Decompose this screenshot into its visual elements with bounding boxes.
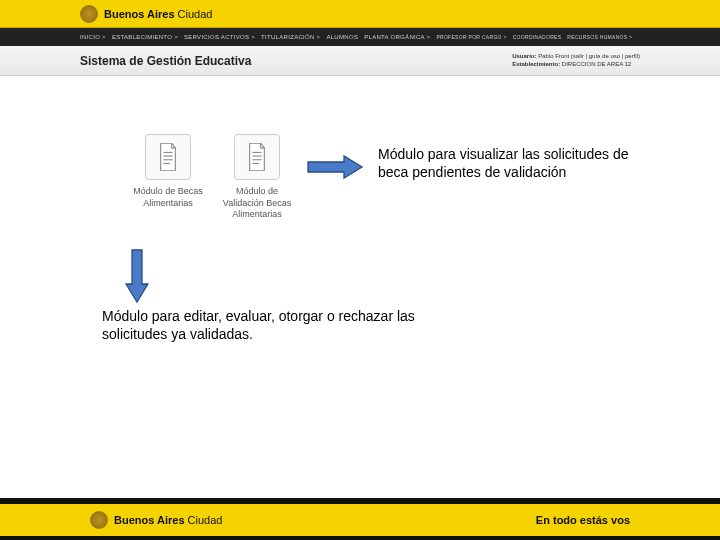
annotation-edit: Módulo para editar, evaluar, otorgar o r… <box>102 308 442 343</box>
nav-item[interactable]: COORDINADORES <box>513 34 562 40</box>
nav-item[interactable]: PLANTA ORGÁNICA > <box>364 34 430 40</box>
module-validacion-label: Módulo de Validación Becas Alimentarias <box>222 186 292 221</box>
footer-divider-bottom <box>0 536 720 540</box>
brand-bold: Buenos Aires <box>104 8 175 20</box>
annotation-visualize: Módulo para visualizar las solicitudes d… <box>378 146 638 181</box>
footer: Buenos Aires Ciudad En todo estás vos <box>0 498 720 540</box>
main-nav: INICIO > ESTABLECIMIENTO > SERVICIOS ACT… <box>0 28 720 46</box>
nav-item[interactable]: SERVICIOS ACTIVOS > <box>184 34 255 40</box>
footer-brand: Buenos Aires Ciudad <box>114 514 222 526</box>
module-becas[interactable]: Módulo de Becas Alimentarias <box>133 134 203 209</box>
nav-item[interactable]: INICIO > <box>80 34 106 40</box>
header-yellow-bar: Buenos Aires Ciudad <box>0 0 720 28</box>
nav-item[interactable]: PROFESOR POR CARGO > <box>436 34 506 40</box>
footer-slogan: En todo estás vos <box>536 514 630 526</box>
brand-thin: Ciudad <box>188 514 223 526</box>
module-validacion[interactable]: Módulo de Validación Becas Alimentarias <box>222 134 292 221</box>
system-header: Sistema de Gestión Educativa Usuario: Pa… <box>0 46 720 76</box>
nav-item[interactable]: TITULARIZACIÓN > <box>261 34 320 40</box>
establishment-value: DIRECCION DE AREA 12 <box>562 61 631 67</box>
module-becas-label: Módulo de Becas Alimentarias <box>133 186 203 209</box>
user-value: Pablo Front (salir | guía de uso | perfi… <box>538 53 640 59</box>
brand-text: Buenos Aires Ciudad <box>104 8 212 20</box>
system-title: Sistema de Gestión Educativa <box>80 54 251 68</box>
establishment-label: Establecimiento: <box>512 61 560 67</box>
content-area: Módulo de Becas Alimentarias Módulo de V… <box>0 76 720 516</box>
document-icon <box>234 134 280 180</box>
nav-item[interactable]: RECURSOS HUMANOS > <box>567 34 632 40</box>
city-shield-icon <box>80 5 98 23</box>
footer-yellow-bar: Buenos Aires Ciudad En todo estás vos <box>0 504 720 536</box>
brand-bold: Buenos Aires <box>114 514 185 526</box>
arrow-right-icon <box>306 154 366 184</box>
document-icon <box>145 134 191 180</box>
user-info: Usuario: Pablo Front (salir | guía de us… <box>512 53 640 69</box>
city-shield-icon <box>90 511 108 529</box>
nav-item[interactable]: ESTABLECIMIENTO > <box>112 34 178 40</box>
brand-thin: Ciudad <box>178 8 213 20</box>
arrow-down-icon <box>124 248 150 308</box>
user-label: Usuario: <box>512 53 536 59</box>
nav-item[interactable]: ALUMNOS <box>326 34 358 40</box>
